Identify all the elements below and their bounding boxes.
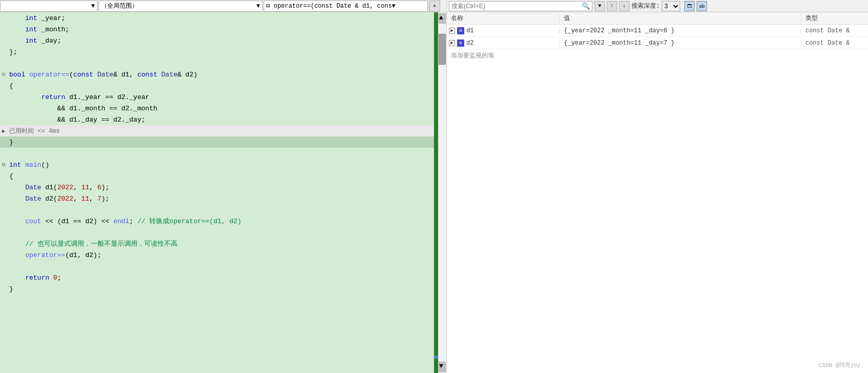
regex-button[interactable]: ab xyxy=(697,1,707,11)
code-line-10: && d1._day == d2._day; xyxy=(0,114,446,125)
watch-row-d1-value: {_year=2022 _month=11 _day=6 } xyxy=(560,27,801,34)
code-content-9: && d1._month == d2._month xyxy=(7,105,446,112)
code-line-blank1 xyxy=(0,57,446,69)
watermark: CSDN @阿亮joy. xyxy=(819,361,864,369)
code-line-25: } xyxy=(0,283,446,295)
code-line-8: return d1._year == d2._year xyxy=(0,91,446,103)
code-content-14: int main() xyxy=(7,161,446,169)
watch-row-d2-type: const Date & xyxy=(801,40,868,47)
header-value: 值 xyxy=(560,14,801,23)
watch-row-d2-label: d2 xyxy=(466,40,474,47)
watch-row-d2[interactable]: ▶ ⊟ d2 {_year=2022 _month=11 _day=7 } co… xyxy=(447,37,868,49)
code-content-7: { xyxy=(7,82,446,90)
scope-dropdown-1[interactable]: ▼ xyxy=(0,1,97,12)
code-line-2: int _month; xyxy=(0,24,446,35)
code-line-15: { xyxy=(0,170,446,182)
debug-toolbar: 🔍 ▼ ↑ ↓ 搜索深度: 3 1 2 4 5 🗔 ab xyxy=(447,0,868,12)
code-content-6: bool operator==(const Date& d1, const Da… xyxy=(7,71,446,78)
search-dropdown-btn[interactable]: ▼ xyxy=(595,1,605,11)
code-line-blank5 xyxy=(0,261,446,272)
function-dropdown[interactable]: ⊟ operator==(const Date & d1, cons▼ xyxy=(264,1,428,12)
code-content-b4 xyxy=(7,229,446,237)
scroll-position-indicator xyxy=(434,356,438,359)
watch-row-d1-label: d1 xyxy=(466,27,474,34)
code-line-blank3 xyxy=(0,204,446,215)
debug-panel: 🔍 ▼ ↑ ↓ 搜索深度: 3 1 2 4 5 🗔 ab 名称 值 类型 ▶ ⊟… xyxy=(446,0,868,373)
scroll-up-button[interactable]: ▲ xyxy=(439,13,446,24)
expand-d1-btn[interactable]: ▶ xyxy=(449,28,455,34)
code-content-b2 xyxy=(7,150,446,158)
search-down-btn[interactable]: ↓ xyxy=(619,1,629,11)
code-content-2: int _month; xyxy=(7,26,446,33)
watch-row-d1-name: ▶ ⊟ d1 xyxy=(447,27,560,34)
code-content-16: Date d1(2022, 11, 6); xyxy=(7,184,446,191)
green-sidebar xyxy=(434,12,438,373)
code-line-1: int _year; xyxy=(0,12,446,24)
code-content-24: return 0; xyxy=(7,274,446,282)
search-box[interactable]: 🔍 xyxy=(449,1,593,11)
code-content-21: // 也可以显式调用，一般不显示调用，可读性不高 xyxy=(7,239,446,248)
scroll-down-button[interactable]: ▼ xyxy=(439,362,446,372)
plus-button[interactable]: + xyxy=(429,1,440,12)
editor-panel: ▼ （全局范围） ▼ ⊟ operator==(const Date & d1,… xyxy=(0,0,446,373)
var-icon-d2: ⊟ xyxy=(457,40,464,47)
code-line-14: ⊟ int main() xyxy=(0,159,446,170)
code-line-blank2 xyxy=(0,148,446,159)
scrollbar[interactable]: ▲ ▼ xyxy=(438,12,446,373)
chevron-icon-2: ▼ xyxy=(257,3,260,10)
code-line-timing: ▶ 已用时间 <= 4ms xyxy=(0,125,446,136)
watch-row-d1-type: const Date & xyxy=(801,27,868,34)
function-dropdown-label: ⊟ operator==(const Date & d1, cons▼ xyxy=(266,2,396,10)
add-watch-row[interactable]: 添加要监视的项 xyxy=(447,49,868,62)
depth-label: 搜索深度: xyxy=(632,2,660,10)
code-line-19: cout << (d1 == d2) << endl; // 转换成operat… xyxy=(0,215,446,227)
code-line-4: }; xyxy=(0,46,446,57)
code-content-8: return d1._year == d2._year xyxy=(7,93,446,101)
code-line-12: } xyxy=(0,136,446,148)
search-input[interactable] xyxy=(451,3,582,10)
code-line-24: return 0; xyxy=(0,272,446,283)
chevron-icon-1: ▼ xyxy=(91,3,95,10)
editor-toolbar: ▼ （全局范围） ▼ ⊟ operator==(const Date & d1,… xyxy=(0,0,446,12)
code-content-1: int _year; xyxy=(7,14,446,22)
code-line-16: Date d1(2022, 11, 6); xyxy=(0,182,446,193)
debug-spacer: CSDN @阿亮joy. xyxy=(447,199,868,374)
line-indicator-14: ⊟ xyxy=(0,162,7,168)
code-line-22: operator==(d1, d2); xyxy=(0,249,446,261)
header-type: 类型 xyxy=(801,14,868,23)
code-content-b3 xyxy=(7,206,446,214)
watch-row-d2-name: ▶ ⊟ d2 xyxy=(447,40,560,47)
var-icon-d1: ⊟ xyxy=(457,27,464,34)
code-area[interactable]: int _year; int _month; int _day; }; ⊟ bo… xyxy=(0,12,446,373)
code-line-3: int _day; xyxy=(0,35,446,46)
scope-dropdown-2-label: （全局范围） xyxy=(101,2,138,10)
code-line-blank4 xyxy=(0,227,446,238)
scroll-track[interactable] xyxy=(439,24,446,362)
search-up-btn[interactable]: ↑ xyxy=(607,1,617,11)
code-content-b1 xyxy=(7,60,446,67)
code-content-17: Date d2(2022, 11, 7); xyxy=(7,195,446,203)
code-line-7: { xyxy=(0,80,446,91)
search-icon[interactable]: 🔍 xyxy=(582,2,590,10)
code-content-b5 xyxy=(7,263,446,270)
code-content-22: operator==(d1, d2); xyxy=(7,251,446,259)
watch-table-header: 名称 值 类型 xyxy=(447,12,868,25)
line-indicator-6: ⊟ xyxy=(0,71,7,77)
expand-d2-btn[interactable]: ▶ xyxy=(449,40,455,46)
code-content-15: { xyxy=(7,172,446,180)
code-content-10: && d1._day == d2._day; xyxy=(7,116,446,124)
scroll-thumb[interactable] xyxy=(439,34,446,65)
watch-row-d1[interactable]: ▶ ⊟ d1 {_year=2022 _month=11 _day=6 } co… xyxy=(447,25,868,37)
line-indicator-timing: ▶ xyxy=(0,128,7,134)
code-line-9: && d1._month == d2._month xyxy=(0,103,446,114)
code-content-3: int _day; xyxy=(7,37,446,45)
depth-select[interactable]: 3 1 2 4 5 xyxy=(662,1,680,11)
code-content-4: }; xyxy=(7,48,446,56)
code-line-21: // 也可以显式调用，一般不显示调用，可读性不高 xyxy=(0,238,446,249)
code-line-6: ⊟ bool operator==(const Date& d1, const … xyxy=(0,69,446,80)
header-name: 名称 xyxy=(447,14,560,23)
code-content-25: } xyxy=(7,285,446,293)
watch-row-d2-value: {_year=2022 _month=11 _day=7 } xyxy=(560,40,801,47)
scope-dropdown-2[interactable]: （全局范围） ▼ xyxy=(98,1,263,12)
pin-button[interactable]: 🗔 xyxy=(684,1,695,11)
